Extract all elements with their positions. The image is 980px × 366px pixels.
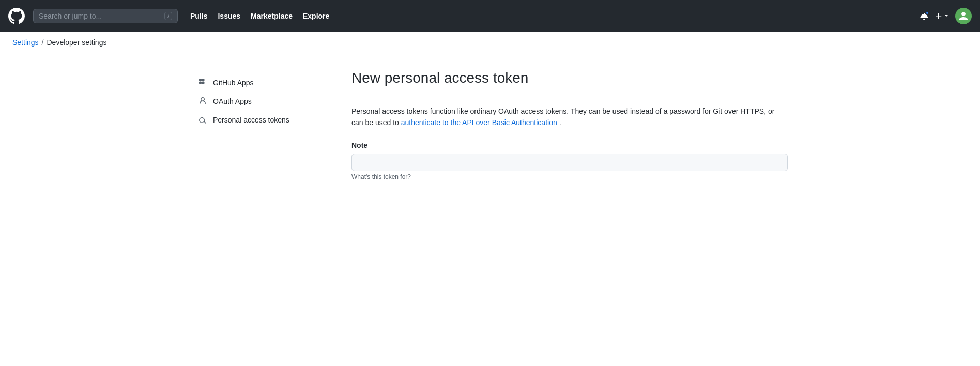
note-hint: What's this token for? [351,173,788,180]
note-input[interactable] [351,154,788,171]
search-bar[interactable]: Search or jump to... / [33,9,178,23]
page-layout: GitHub Apps OAuth Apps Personal access t… [180,53,800,197]
main-content: New personal access token Personal acces… [327,70,788,180]
description: Personal access tokens function like ord… [351,105,788,129]
avatar[interactable] [955,8,972,24]
person-icon [198,97,208,106]
notification-dot [925,11,929,15]
nav-marketplace[interactable]: Marketplace [251,12,293,20]
sidebar-label-github-apps: GitHub Apps [213,79,254,87]
breadcrumb-settings-link[interactable]: Settings [12,38,39,47]
breadcrumb-current: Developer settings [47,38,106,47]
sidebar-item-github-apps[interactable]: GitHub Apps [192,74,327,91]
grid-icon [198,78,208,87]
header-nav: Pulls Issues Marketplace Explore [190,12,329,20]
breadcrumb-separator: / [42,38,44,47]
nav-pulls[interactable]: Pulls [190,12,207,20]
sidebar-item-oauth-apps[interactable]: OAuth Apps [192,93,327,110]
nav-issues[interactable]: Issues [218,12,240,20]
sidebar-item-personal-access-tokens[interactable]: Personal access tokens [192,111,327,129]
github-logo[interactable] [8,8,25,24]
description-after: . [559,118,561,127]
notifications-button[interactable] [920,12,928,20]
search-shortcut-kbd: / [164,12,172,20]
sidebar-label-personal-access-tokens: Personal access tokens [213,116,289,124]
api-auth-link[interactable]: authenticate to the API over Basic Authe… [401,118,557,127]
note-field: Note What's this token for? [351,141,788,180]
sidebar-label-oauth-apps: OAuth Apps [213,97,252,105]
sidebar: GitHub Apps OAuth Apps Personal access t… [192,70,327,180]
new-menu-button[interactable] [935,12,949,20]
page-title: New personal access token [351,70,788,86]
note-label: Note [351,141,788,149]
breadcrumb-bar: Settings / Developer settings [0,32,980,53]
key-icon [198,115,208,125]
header-actions [920,8,972,24]
title-divider [351,95,788,95]
nav-explore[interactable]: Explore [303,12,329,20]
header: Search or jump to... / Pulls Issues Mark… [0,0,980,32]
breadcrumb: Settings / Developer settings [12,38,968,47]
search-placeholder: Search or jump to... [39,12,160,20]
